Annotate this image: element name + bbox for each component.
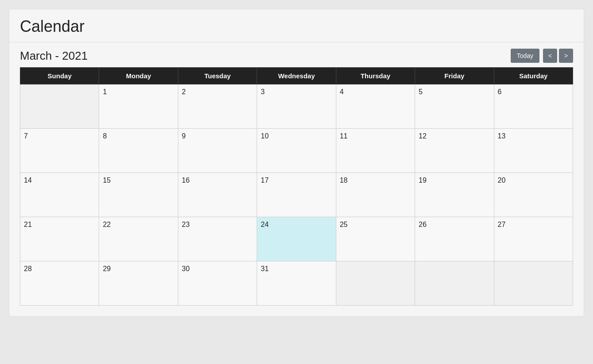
calendar-day-cell[interactable]: 18: [336, 173, 415, 217]
calendar-table: SundayMondayTuesdayWednesdayThursdayFrid…: [20, 67, 573, 306]
calendar-day-cell[interactable]: 31: [257, 261, 336, 306]
day-number: 30: [182, 265, 190, 272]
day-number: 18: [340, 176, 348, 184]
calendar-day-cell[interactable]: 20: [494, 173, 573, 217]
calendar-day-cell[interactable]: 3: [257, 84, 336, 129]
calendar-day-cell[interactable]: 23: [178, 217, 257, 261]
day-number: 13: [498, 132, 506, 140]
calendar-day-cell[interactable]: [20, 84, 99, 129]
calendar-day-cell[interactable]: 17: [257, 173, 336, 217]
calendar-day-cell[interactable]: 30: [178, 261, 257, 306]
calendar-day-cell[interactable]: 1: [99, 84, 178, 129]
day-header-sunday: Sunday: [20, 68, 99, 84]
day-number: 22: [103, 221, 111, 228]
day-number: 29: [103, 265, 111, 272]
day-number: 2: [182, 88, 186, 96]
calendar-week-row: 123456: [20, 84, 573, 129]
day-number: 23: [182, 221, 190, 228]
day-number: 9: [182, 132, 186, 140]
calendar-day-cell[interactable]: 13: [494, 129, 573, 173]
prev-month-button[interactable]: <: [543, 49, 557, 63]
weekday-header-row: SundayMondayTuesdayWednesdayThursdayFrid…: [20, 68, 573, 84]
calendar-day-cell[interactable]: 12: [415, 129, 494, 173]
day-number: 7: [24, 132, 28, 140]
calendar-day-cell[interactable]: 27: [494, 217, 573, 261]
next-month-button[interactable]: >: [559, 49, 573, 63]
day-header-friday: Friday: [415, 68, 494, 84]
calendar-container: Calendar March - 2021 Today < > SundayMo…: [9, 9, 584, 317]
day-number: 11: [340, 132, 348, 140]
calendar-day-cell[interactable]: [494, 261, 573, 306]
calendar-day-cell[interactable]: 6: [494, 84, 573, 129]
day-header-wednesday: Wednesday: [257, 68, 336, 84]
today-button[interactable]: Today: [511, 49, 539, 63]
calendar-day-cell[interactable]: 29: [99, 261, 178, 306]
calendar-day-cell[interactable]: [336, 261, 415, 306]
day-number: 27: [498, 221, 506, 228]
day-number: 6: [498, 88, 502, 96]
day-number: 1: [103, 88, 107, 96]
calendar-day-cell[interactable]: 24: [257, 217, 336, 261]
calendar-day-cell[interactable]: 9: [178, 129, 257, 173]
day-number: 24: [261, 221, 269, 228]
calendar-day-cell[interactable]: 28: [20, 261, 99, 306]
day-number: 8: [103, 132, 107, 140]
calendar-day-cell[interactable]: 26: [415, 217, 494, 261]
day-number: 25: [340, 221, 348, 228]
day-number: 26: [419, 221, 427, 228]
day-header-monday: Monday: [99, 68, 178, 84]
month-year-label: March - 2021: [20, 49, 88, 63]
day-number: 5: [419, 88, 423, 96]
calendar-day-cell[interactable]: [415, 261, 494, 306]
calendar-day-cell[interactable]: 21: [20, 217, 99, 261]
calendar-day-cell[interactable]: 14: [20, 173, 99, 217]
day-number: 15: [103, 176, 111, 184]
calendar-day-cell[interactable]: 16: [178, 173, 257, 217]
calendar-day-cell[interactable]: 25: [336, 217, 415, 261]
calendar-day-cell[interactable]: 7: [20, 129, 99, 173]
day-number: 28: [24, 265, 32, 272]
calendar-day-cell[interactable]: 4: [336, 84, 415, 129]
day-number: 10: [261, 132, 269, 140]
day-number: 12: [419, 132, 427, 140]
calendar-header: March - 2021 Today < >: [9, 42, 584, 67]
calendar-day-cell[interactable]: 5: [415, 84, 494, 129]
app-title: Calendar: [20, 17, 573, 36]
navigation-controls: Today < >: [511, 49, 573, 63]
calendar-day-cell[interactable]: 8: [99, 129, 178, 173]
day-number: 31: [261, 265, 269, 272]
day-number: 20: [498, 176, 506, 184]
calendar-day-cell[interactable]: 2: [178, 84, 257, 129]
calendar-wrapper: SundayMondayTuesdayWednesdayThursdayFrid…: [9, 67, 584, 316]
calendar-day-cell[interactable]: 22: [99, 217, 178, 261]
calendar-week-row: 78910111213: [20, 129, 573, 173]
calendar-day-cell[interactable]: 11: [336, 129, 415, 173]
day-number: 21: [24, 221, 32, 228]
day-number: 4: [340, 88, 344, 96]
calendar-week-row: 21222324252627: [20, 217, 573, 261]
day-number: 3: [261, 88, 265, 96]
day-number: 19: [419, 176, 427, 184]
calendar-week-row: 14151617181920: [20, 173, 573, 217]
day-number: 14: [24, 176, 32, 184]
day-header-saturday: Saturday: [494, 68, 573, 84]
calendar-day-cell[interactable]: 10: [257, 129, 336, 173]
day-number: 17: [261, 176, 269, 184]
title-bar: Calendar: [9, 9, 584, 42]
calendar-day-cell[interactable]: 15: [99, 173, 178, 217]
day-header-thursday: Thursday: [336, 68, 415, 84]
calendar-day-cell[interactable]: 19: [415, 173, 494, 217]
calendar-week-row: 28293031: [20, 261, 573, 306]
day-header-tuesday: Tuesday: [178, 68, 257, 84]
day-number: 16: [182, 176, 190, 184]
